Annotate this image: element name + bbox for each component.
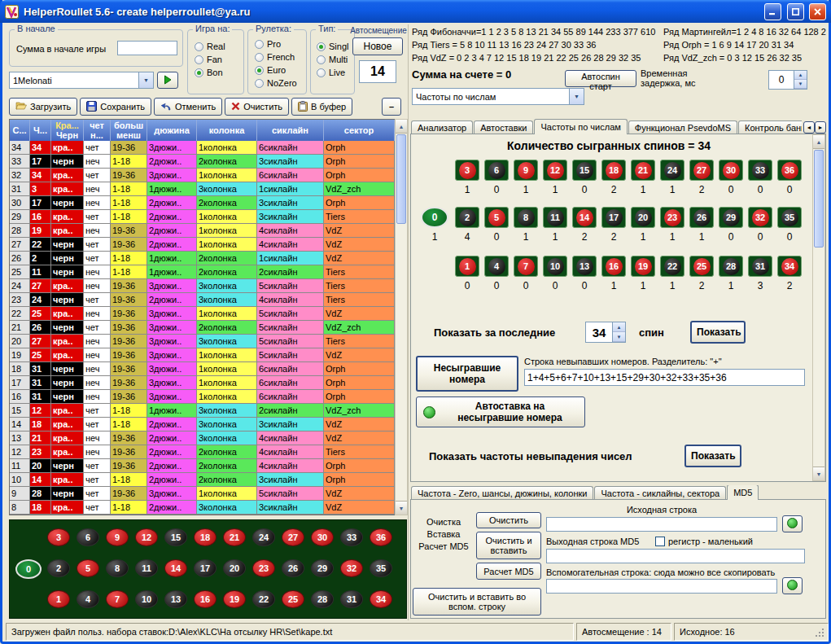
table-row[interactable]: 3317черннеч1-182дюжи..2колонка3сиклайнOr…: [10, 155, 395, 169]
board-number-4[interactable]: 4: [77, 590, 99, 608]
md5-clear-paste-aux-button[interactable]: Очистить и вставить во вспом. строку: [413, 588, 541, 616]
freq-number-24[interactable]: 24: [660, 160, 684, 181]
board-number-10[interactable]: 10: [135, 590, 158, 608]
board-number-5[interactable]: 5: [77, 559, 99, 577]
board-number-17[interactable]: 17: [194, 559, 216, 577]
board-number-31[interactable]: 31: [340, 590, 363, 608]
board-number-6[interactable]: 6: [77, 528, 99, 546]
scrollbar-thumb[interactable]: [814, 150, 824, 248]
table-row[interactable]: 2324чернчет19-362дюжи..3колонка4сиклайнT…: [10, 293, 395, 307]
board-number-27[interactable]: 27: [282, 528, 304, 546]
radio-option-singl[interactable]: Singl: [317, 40, 348, 53]
table-row[interactable]: 2511черннеч1-181дюжи..2колонка2сиклайнTi…: [10, 265, 395, 279]
freq-number-7[interactable]: 7: [514, 256, 538, 277]
board-number-14[interactable]: 14: [164, 559, 187, 577]
freq-number-35[interactable]: 35: [777, 207, 802, 228]
toolbar-clipboard-button[interactable]: В буфер: [291, 98, 352, 116]
bottom-tab-0[interactable]: Частота - Zero, шансы, дюжины, колонки: [411, 486, 593, 500]
board-number-15[interactable]: 15: [164, 528, 187, 546]
minus-button[interactable]: –: [382, 98, 401, 116]
show-missing-freq-button[interactable]: Показать: [684, 445, 741, 467]
board-number-33[interactable]: 33: [340, 528, 363, 546]
board-number-18[interactable]: 18: [194, 528, 216, 546]
board-number-25[interactable]: 25: [282, 590, 304, 608]
panel-scrollbar[interactable]: ▲ ▼: [812, 134, 825, 481]
board-number-22[interactable]: 22: [252, 590, 275, 608]
board-number-21[interactable]: 21: [223, 528, 246, 546]
freq-number-18[interactable]: 18: [601, 160, 626, 181]
scroll-down-icon[interactable]: ▼: [396, 501, 407, 515]
resize-grip[interactable]: [815, 628, 824, 637]
board-number-24[interactable]: 24: [252, 528, 275, 546]
freq-number-17[interactable]: 17: [601, 207, 626, 228]
freq-number-12[interactable]: 12: [543, 160, 567, 181]
md5-output-input[interactable]: [546, 549, 805, 563]
mode-select[interactable]: Частоты по числам ▼: [412, 88, 584, 105]
md5-source-input[interactable]: [546, 517, 777, 532]
table-row[interactable]: 1512кра..чет1-181дюжи..3колонка2сиклайнV…: [10, 404, 395, 418]
show-last-button[interactable]: Показать: [690, 321, 746, 344]
table-row[interactable]: 1631черннеч19-363дюжи..1колонка6сиклайнO…: [10, 390, 395, 404]
missed-numbers-button[interactable]: Несыгравшие номера: [416, 356, 518, 392]
freq-number-23[interactable]: 23: [660, 207, 684, 228]
table-row[interactable]: 1418кра..чет1-182дюжи..3колонка3сиклайнV…: [10, 418, 395, 432]
md5-run-button-2[interactable]: [782, 577, 803, 594]
freq-number-28[interactable]: 28: [719, 256, 743, 277]
freq-number-32[interactable]: 32: [748, 207, 772, 228]
toolbar-folder-open-button[interactable]: Загрузить: [9, 98, 77, 116]
table-row[interactable]: 262чернчет1-181дюжи..2колонка1сиклайнVdZ: [10, 252, 395, 265]
tab-2[interactable]: Частоты по числам: [534, 119, 627, 134]
board-number-30[interactable]: 30: [311, 528, 334, 546]
freq-number-34[interactable]: 34: [777, 256, 802, 277]
spinner-down-icon[interactable]: ▼: [794, 80, 807, 89]
freq-number-22[interactable]: 22: [660, 256, 684, 277]
table-row[interactable]: 1321кра..неч19-362дюжи..3колонка4сиклайн…: [10, 432, 395, 445]
table-row[interactable]: 1120чернчет19-362дюжи..2колонка4сиклайнO…: [10, 459, 395, 473]
bottom-tab-1[interactable]: Частота - сиклайны, сектора: [594, 486, 726, 500]
novoe-button[interactable]: Новое: [352, 37, 403, 55]
freq-number-13[interactable]: 13: [572, 256, 597, 277]
table-row[interactable]: 1831черннеч19-363дюжи..1колонка6сиклайнO…: [10, 362, 395, 376]
radio-option-bon[interactable]: Bon: [195, 66, 225, 79]
md5-clear-paste-button[interactable]: Очистить и вставить: [476, 532, 541, 559]
board-number-23[interactable]: 23: [252, 559, 275, 577]
board-number-2[interactable]: 2: [47, 559, 70, 577]
board-number-32[interactable]: 32: [340, 559, 363, 577]
board-number-8[interactable]: 8: [106, 559, 129, 577]
freq-number-31[interactable]: 31: [748, 256, 772, 277]
tab-1[interactable]: Автоставки: [474, 120, 533, 134]
tab-scroll-right-icon[interactable]: ►: [815, 121, 826, 134]
md5-calc-button[interactable]: Расчет MD5: [476, 563, 541, 580]
board-number-11[interactable]: 11: [135, 559, 158, 577]
table-row[interactable]: 313кра..неч1-181дюжи..3колонка1сиклайнVd…: [10, 182, 395, 196]
tab-scroll-left-icon[interactable]: ◄: [803, 121, 815, 134]
autobet-missed-button[interactable]: Автоставка на несыгравшие номера: [416, 396, 585, 427]
table-row[interactable]: 1223кра..неч19-362дюжи..2колонка4сиклайн…: [10, 445, 395, 459]
freq-number-5[interactable]: 5: [484, 207, 509, 228]
board-number-13[interactable]: 13: [164, 590, 187, 608]
minimize-button[interactable]: [764, 3, 781, 20]
freq-number-15[interactable]: 15: [572, 160, 597, 181]
radio-option-nozero[interactable]: NoZero: [255, 77, 297, 90]
freq-number-8[interactable]: 8: [514, 207, 538, 228]
freq-number-27[interactable]: 27: [689, 160, 714, 181]
toolbar-undo-button[interactable]: Отменить: [154, 98, 222, 116]
radio-option-french[interactable]: French: [255, 50, 297, 64]
table-row[interactable]: 2126чернчет19-363дюжи..2колонка5сиклайнV…: [10, 321, 395, 335]
tab-0[interactable]: Анализатор: [411, 120, 473, 134]
bottom-tab-2[interactable]: MD5: [727, 485, 759, 500]
spinner-down-icon[interactable]: ▼: [613, 332, 625, 342]
tab-4[interactable]: Контроль банкро: [738, 120, 802, 134]
table-row[interactable]: 2027кра..неч19-363дюжи..3колонка5сиклайн…: [10, 335, 395, 348]
chevron-down-icon[interactable]: ▼: [569, 89, 584, 104]
radio-option-euro[interactable]: Euro: [255, 64, 297, 77]
preset-select[interactable]: 1Melonati ▼: [9, 72, 154, 89]
table-row[interactable]: 2916кра..чет1-182дюжи..1колонка3сиклайнT…: [10, 210, 395, 224]
scroll-up-icon[interactable]: ▲: [396, 120, 407, 134]
freq-number-2[interactable]: 2: [455, 207, 479, 228]
table-row[interactable]: 1731черннеч19-363дюжи..1колонка6сиклайнO…: [10, 376, 395, 390]
freq-number-14[interactable]: 14: [572, 207, 597, 228]
maximize-button[interactable]: [787, 3, 804, 20]
table-row[interactable]: 2225кра..неч19-363дюжи..1колонка5сиклайн…: [10, 307, 395, 321]
missed-string-input[interactable]: [524, 369, 805, 386]
